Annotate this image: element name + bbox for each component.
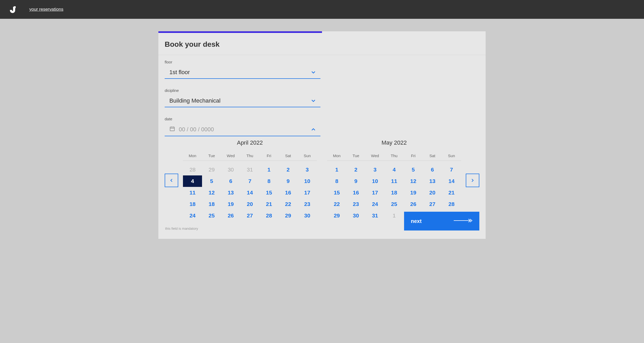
calendar-day[interactable]: 25	[202, 210, 221, 221]
date-input[interactable]: 00 / 00 / 0000	[165, 124, 320, 136]
discipline-value: Building Mechanical	[169, 97, 221, 104]
chevron-down-icon	[311, 70, 316, 75]
calendar-day[interactable]: 4	[384, 164, 404, 175]
calendar-day[interactable]: 1	[327, 164, 346, 175]
calendar-day[interactable]: 25	[384, 198, 404, 210]
calendar-day[interactable]: 23	[298, 198, 317, 210]
prev-month-button[interactable]	[165, 174, 178, 187]
calendar-day[interactable]: 30	[298, 210, 317, 221]
calendar-day[interactable]: 16	[279, 187, 298, 198]
calendar-day[interactable]: 12	[404, 175, 423, 187]
calendar-day[interactable]: 2	[346, 164, 365, 175]
calendar-day: 31	[240, 164, 259, 175]
dow-label: Sat	[423, 153, 442, 158]
calendar-day[interactable]: 21	[442, 187, 461, 198]
calendar-day[interactable]: 31	[365, 210, 384, 221]
chevron-up-icon	[311, 127, 316, 132]
chevron-down-icon	[311, 98, 316, 103]
calendar-day[interactable]: 12	[202, 187, 221, 198]
calendar-day[interactable]: 13	[221, 187, 240, 198]
dow-label: Mon	[183, 153, 202, 158]
calendar-day[interactable]: 20	[240, 198, 259, 210]
calendar-day[interactable]: 5	[404, 164, 423, 175]
calendar-day[interactable]: 14	[240, 187, 259, 198]
calendar-day[interactable]: 17	[365, 187, 384, 198]
date-placeholder: 00 / 00 / 0000	[179, 126, 214, 133]
calendar-day[interactable]: 24	[365, 198, 384, 210]
calendar-day[interactable]: 28	[442, 198, 461, 210]
calendar-day: 30	[221, 164, 240, 175]
calendar-day[interactable]: 2	[279, 164, 298, 175]
calendar-day[interactable]: 28	[260, 210, 279, 221]
calendar-day[interactable]: 3	[298, 164, 317, 175]
dow-label: Tue	[202, 153, 221, 158]
topbar: your reservations	[0, 0, 644, 19]
calendar-day[interactable]: 4	[183, 175, 202, 187]
calendar-day[interactable]: 10	[298, 175, 317, 187]
discipline-label: dicipline	[165, 88, 479, 93]
calendar-day[interactable]: 3	[365, 164, 384, 175]
calendar-day[interactable]: 9	[279, 175, 298, 187]
dow-label: Sun	[442, 153, 461, 158]
calendar-day[interactable]: 15	[327, 187, 346, 198]
calendar-day[interactable]: 6	[423, 164, 442, 175]
calendar-day[interactable]: 30	[346, 210, 365, 221]
calendar-day[interactable]: 17	[298, 187, 317, 198]
dow-label: Wed	[221, 153, 240, 158]
calendar-day[interactable]: 9	[346, 175, 365, 187]
calendar-day[interactable]: 7	[442, 164, 461, 175]
calendar-day[interactable]: 20	[423, 187, 442, 198]
calendar-day[interactable]: 18	[384, 187, 404, 198]
dow-label: Sun	[298, 153, 317, 158]
next-month-button[interactable]	[466, 174, 479, 187]
calendar-day[interactable]: 5	[202, 175, 221, 187]
calendar-day: 1	[384, 210, 404, 221]
calendar-day[interactable]: 19	[404, 187, 423, 198]
calendar-day[interactable]: 7	[240, 175, 259, 187]
calendar-day[interactable]: 14	[442, 175, 461, 187]
calendar-day[interactable]: 19	[221, 198, 240, 210]
calendar-day[interactable]: 23	[346, 198, 365, 210]
dow-label: Mon	[327, 153, 346, 158]
calendar-day[interactable]: 29	[327, 210, 346, 221]
calendar-day[interactable]: 11	[384, 175, 404, 187]
calendar-day[interactable]: 29	[279, 210, 298, 221]
calendar-left: April 2022 MonTueWedThuFriSatSun 2829303…	[183, 139, 317, 221]
calendar-day[interactable]: 27	[240, 210, 259, 221]
your-reservations-link[interactable]: your reservations	[29, 7, 63, 12]
calendar-day[interactable]: 13	[423, 175, 442, 187]
discipline-select[interactable]: Building Mechanical	[165, 95, 320, 107]
next-button[interactable]: next	[404, 212, 479, 230]
calendar-day[interactable]: 11	[183, 187, 202, 198]
calendar-day[interactable]: 21	[260, 198, 279, 210]
dow-label: Thu	[384, 153, 404, 158]
next-label: next	[411, 218, 422, 224]
card-title: Book your desk	[158, 33, 486, 55]
calendar-day[interactable]: 27	[423, 198, 442, 210]
calendar-day[interactable]: 8	[327, 175, 346, 187]
calendar-day[interactable]: 10	[365, 175, 384, 187]
floor-select[interactable]: 1st floor	[165, 67, 320, 79]
calendar-day[interactable]: 18	[202, 198, 221, 210]
month-right-title: May 2022	[327, 139, 461, 146]
date-label: date	[165, 117, 479, 121]
calendar-day[interactable]: 22	[279, 198, 298, 210]
month-left-title: April 2022	[183, 139, 317, 146]
arrow-right-icon	[454, 218, 473, 224]
date-field: date 00 / 00 / 0000	[165, 117, 479, 136]
floor-value: 1st floor	[169, 69, 190, 76]
calendar-day[interactable]: 22	[327, 198, 346, 210]
floor-label: floor	[165, 60, 479, 64]
calendar-day[interactable]: 26	[221, 210, 240, 221]
calendar-day[interactable]: 24	[183, 210, 202, 221]
calendar-day[interactable]: 6	[221, 175, 240, 187]
calendar-day[interactable]: 1	[260, 164, 279, 175]
calendar-day[interactable]: 18	[183, 198, 202, 210]
svg-rect-0	[170, 127, 175, 131]
dow-label: Tue	[346, 153, 365, 158]
calendar-day[interactable]: 26	[404, 198, 423, 210]
calendar-day[interactable]: 16	[346, 187, 365, 198]
calendar-day[interactable]: 15	[260, 187, 279, 198]
calendar-day[interactable]: 8	[260, 175, 279, 187]
calendar-day: 28	[183, 164, 202, 175]
